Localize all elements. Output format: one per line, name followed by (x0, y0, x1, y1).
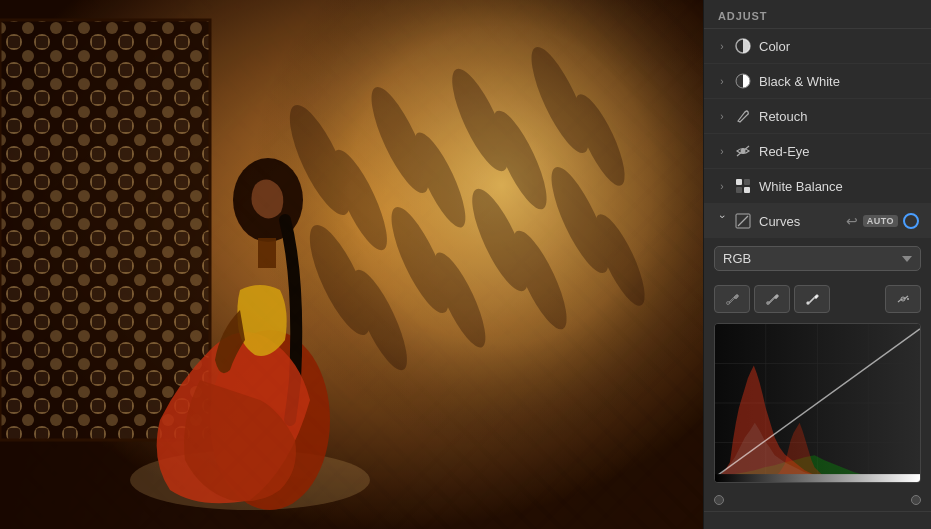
svg-rect-38 (736, 179, 742, 185)
svg-rect-11 (0, 20, 210, 440)
add-point-icon (896, 292, 910, 306)
photo-area (0, 0, 703, 529)
chevron-right-icon-4: › (716, 145, 728, 157)
sidebar-item-white-balance[interactable]: › White Balance (704, 169, 931, 204)
sidebar: ADJUST › Color › Black & W (703, 0, 931, 529)
eyedropper-black-icon (725, 292, 739, 306)
white-balance-icon (734, 177, 752, 195)
sidebar-item-black-white[interactable]: › Black & White (704, 64, 931, 99)
chevron-right-icon: › (716, 40, 728, 52)
curves-active-indicator (903, 213, 919, 229)
eyedropper-mid-button[interactable] (754, 285, 790, 313)
chevron-right-icon-5: › (716, 180, 728, 192)
white-balance-label: White Balance (759, 179, 919, 194)
color-label: Color (759, 39, 919, 54)
histogram-svg (715, 324, 920, 482)
chevron-down-icon: › (716, 215, 728, 227)
rgb-channel-select[interactable]: RGB Red Green Blue (714, 246, 921, 271)
eyedropper-black-button[interactable] (714, 285, 750, 313)
curves-tools-row (704, 279, 931, 319)
curves-icon (734, 212, 752, 230)
retouch-label: Retouch (759, 109, 919, 124)
sidebar-item-retouch[interactable]: › Retouch (704, 99, 931, 134)
black-white-label: Black & White (759, 74, 919, 89)
adjust-header: ADJUST (704, 0, 931, 29)
red-eye-icon (734, 142, 752, 160)
curve-start-handle[interactable] (714, 495, 724, 505)
chevron-right-icon-2: › (716, 75, 728, 87)
sidebar-item-curves[interactable]: › Curves ↩ AUTO (704, 204, 931, 238)
photo-svg (0, 0, 703, 529)
svg-point-43 (727, 302, 730, 305)
retouch-icon (734, 107, 752, 125)
curves-section: › Curves ↩ AUTO RGB Red (704, 204, 931, 512)
curves-label: Curves (759, 214, 846, 229)
svg-rect-32 (258, 238, 276, 268)
sidebar-item-color[interactable]: › Color (704, 29, 931, 64)
rgb-dropdown-container: RGB Red Green Blue (714, 246, 921, 271)
svg-line-37 (737, 146, 749, 156)
color-icon (734, 37, 752, 55)
eyedropper-white-icon (805, 292, 819, 306)
black-white-icon (734, 72, 752, 90)
svg-point-44 (767, 302, 770, 305)
curves-actions: ↩ AUTO (846, 213, 919, 229)
curve-end-handle[interactable] (911, 495, 921, 505)
chevron-right-icon-3: › (716, 110, 728, 122)
add-control-point-button[interactable] (885, 285, 921, 313)
eyedropper-white-button[interactable] (794, 285, 830, 313)
svg-rect-40 (736, 187, 742, 193)
sidebar-item-red-eye[interactable]: › Red-Eye (704, 134, 931, 169)
adjust-items-list: › Color › Black & White › (704, 29, 931, 529)
svg-rect-41 (744, 187, 750, 193)
curves-histogram-chart[interactable] (714, 323, 921, 483)
svg-point-45 (807, 302, 810, 305)
svg-rect-57 (715, 474, 920, 482)
curves-auto-badge[interactable]: AUTO (863, 215, 898, 227)
curves-undo-button[interactable]: ↩ (846, 213, 858, 229)
curves-bottom-controls (704, 493, 931, 511)
eyedropper-mid-icon (765, 292, 779, 306)
svg-rect-39 (744, 179, 750, 185)
red-eye-label: Red-Eye (759, 144, 919, 159)
